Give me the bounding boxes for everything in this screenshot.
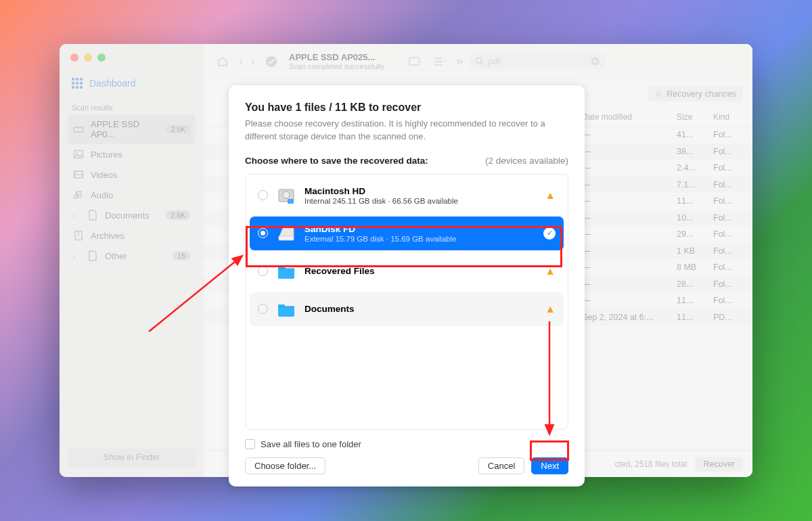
svg-rect-13 xyxy=(279,236,294,240)
ext-icon xyxy=(276,223,296,244)
device-option[interactable]: SanDisk FD External 15.79 GB disk · 15.6… xyxy=(250,217,564,250)
checkbox-icon[interactable] xyxy=(245,439,255,449)
warning-icon: ▲ xyxy=(545,189,556,202)
warning-icon: ▲ xyxy=(545,265,556,277)
svg-point-11 xyxy=(283,191,290,198)
device-name: Macintosh HD xyxy=(304,186,537,196)
next-button[interactable]: Next xyxy=(531,457,568,474)
device-option[interactable]: Recovered Files ▲ xyxy=(250,254,564,288)
radio-icon[interactable] xyxy=(258,190,268,200)
radio-icon[interactable] xyxy=(258,266,268,276)
recovery-modal: You have 1 files / 11 KB to recover Plea… xyxy=(229,85,585,486)
choose-label: Choose where to save the recovered data: xyxy=(245,156,428,166)
folder-icon xyxy=(276,299,296,319)
device-option[interactable]: Documents ▲ xyxy=(250,292,564,326)
modal-subtitle: Please choose recovery destination. It i… xyxy=(245,118,568,143)
device-sub: Internal 245.11 GB disk · 66.56 GB avail… xyxy=(304,197,537,205)
save-all-label: Save all files to one folder xyxy=(261,439,361,449)
sidebar: Dashboard Scan results APPLE SSD AP0... … xyxy=(60,44,204,477)
warning-icon: ▲ xyxy=(545,303,556,315)
save-all-option[interactable]: Save all files to one folder xyxy=(245,439,568,449)
device-sub: External 15.79 GB disk · 15.69 GB availa… xyxy=(304,235,535,243)
device-name: Recovered Files xyxy=(304,266,537,276)
device-list: Macintosh HD Internal 245.11 GB disk · 6… xyxy=(245,174,568,430)
device-name: Documents xyxy=(304,304,537,314)
choose-folder-button[interactable]: Choose folder... xyxy=(245,457,325,474)
check-icon: ✓ xyxy=(543,227,556,240)
devices-available: (2 devices available) xyxy=(485,156,568,166)
device-option[interactable]: Macintosh HD Internal 245.11 GB disk · 6… xyxy=(250,179,564,212)
hdd-icon xyxy=(276,185,296,206)
svg-rect-12 xyxy=(288,199,294,204)
cancel-button[interactable]: Cancel xyxy=(478,457,524,474)
modal-title: You have 1 files / 11 KB to recover xyxy=(245,101,568,114)
folder-icon xyxy=(276,261,296,281)
device-name: SanDisk FD xyxy=(304,224,535,234)
radio-icon[interactable] xyxy=(258,228,268,238)
radio-icon[interactable] xyxy=(258,304,268,314)
